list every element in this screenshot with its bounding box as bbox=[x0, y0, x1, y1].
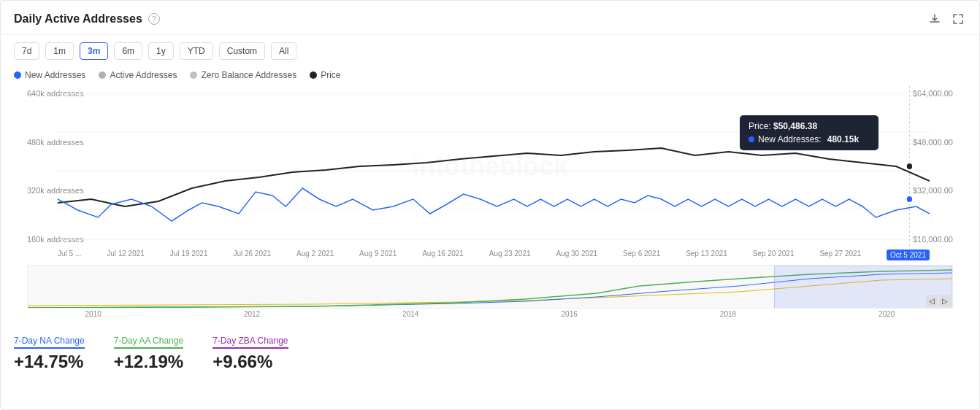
svg-point-6 bbox=[906, 196, 913, 203]
scroll-arrows: ◁ ▷ bbox=[925, 293, 952, 308]
scroll-left-arrow[interactable]: ◁ bbox=[926, 295, 938, 306]
page-title: Daily Active Addresses bbox=[14, 12, 142, 26]
mini-chart-years: 2010 2012 2014 2016 2018 2020 bbox=[14, 309, 966, 320]
tooltip-na-value: 480.15k bbox=[827, 134, 859, 144]
tooltip: Price: $50,486.38 New Addresses: 480.15k bbox=[740, 115, 878, 150]
zba-change-value: +9.66% bbox=[213, 352, 288, 372]
time-btn-all[interactable]: All bbox=[271, 42, 296, 60]
zba-change-stat: 7-Day ZBA Change +9.66% bbox=[213, 336, 288, 372]
aa-change-value: +12.19% bbox=[114, 352, 183, 372]
legend-item-zero-balance: Zero Balance Addresses bbox=[190, 70, 296, 80]
na-change-label: 7-Day NA Change bbox=[14, 336, 85, 349]
tooltip-na-dot bbox=[749, 136, 754, 142]
time-btn-ytd[interactable]: YTD bbox=[180, 42, 213, 60]
tooltip-price: Price: $50,486.38 bbox=[749, 121, 870, 131]
legend-label-active-addresses: Active Addresses bbox=[110, 70, 177, 80]
tooltip-na: New Addresses: 480.15k bbox=[749, 134, 870, 144]
legend-label-zero-balance: Zero Balance Addresses bbox=[201, 70, 296, 80]
time-btn-6m[interactable]: 6m bbox=[114, 42, 142, 60]
zba-change-label: 7-Day ZBA Change bbox=[213, 336, 288, 349]
na-change-value: +14.75% bbox=[14, 352, 85, 372]
legend-item-active-addresses: Active Addresses bbox=[99, 70, 177, 80]
legend-dot-active-addresses bbox=[99, 71, 106, 79]
header-actions bbox=[927, 11, 966, 27]
main-chart: 640k addresses 480k addresses 320k addre… bbox=[14, 86, 966, 247]
time-btn-7d[interactable]: 7d bbox=[14, 42, 39, 60]
stats-row: 7-Day NA Change +14.75% 7-Day AA Change … bbox=[1, 322, 979, 379]
header: Daily Active Addresses ? bbox=[1, 1, 979, 35]
main-chart-svg bbox=[58, 86, 930, 247]
na-change-stat: 7-Day NA Change +14.75% bbox=[14, 336, 85, 372]
aa-change-stat: 7-Day AA Change +12.19% bbox=[114, 336, 183, 372]
help-icon[interactable]: ? bbox=[148, 13, 160, 25]
legend: New AddressesActive AddressesZero Balanc… bbox=[1, 67, 979, 86]
toolbar: 7d1m3m6m1yYTDCustomAll bbox=[1, 35, 979, 67]
chart-area: 640k addresses 480k addresses 320k addre… bbox=[1, 86, 979, 260]
download-icon[interactable] bbox=[927, 11, 943, 27]
scroll-right-arrow[interactable]: ▷ bbox=[939, 295, 951, 306]
legend-dot-price bbox=[310, 71, 317, 79]
svg-point-7 bbox=[906, 163, 913, 170]
legend-label-price: Price bbox=[321, 70, 340, 80]
legend-label-new-addresses: New Addresses bbox=[25, 70, 85, 80]
legend-item-new-addresses: New Addresses bbox=[14, 70, 85, 80]
tooltip-price-value: $50,486.38 bbox=[773, 121, 817, 131]
time-btn-custom[interactable]: Custom bbox=[219, 42, 265, 60]
time-btn-1y[interactable]: 1y bbox=[148, 42, 174, 60]
legend-item-price: Price bbox=[310, 70, 340, 80]
time-btn-3m[interactable]: 3m bbox=[80, 42, 108, 60]
mini-chart-container: ◁ ▷ 2010 2012 2014 2016 2018 2020 bbox=[14, 265, 966, 320]
mini-chart[interactable]: ◁ ▷ bbox=[27, 265, 953, 309]
mini-chart-svg bbox=[28, 266, 952, 309]
aa-change-label: 7-Day AA Change bbox=[114, 336, 183, 349]
legend-dot-new-addresses bbox=[14, 71, 21, 79]
x-axis: Jul 5 ... Jul 12 2021 Jul 19 2021 Jul 26… bbox=[58, 247, 930, 260]
header-left: Daily Active Addresses ? bbox=[14, 12, 160, 26]
time-btn-1m[interactable]: 1m bbox=[45, 42, 74, 60]
main-container: Daily Active Addresses ? 7d1m3m6m1yYTDCu… bbox=[0, 0, 980, 410]
legend-dot-zero-balance bbox=[190, 71, 197, 79]
x-axis-highlighted: Oct 5 2021 bbox=[887, 250, 930, 260]
expand-icon[interactable] bbox=[950, 11, 966, 27]
